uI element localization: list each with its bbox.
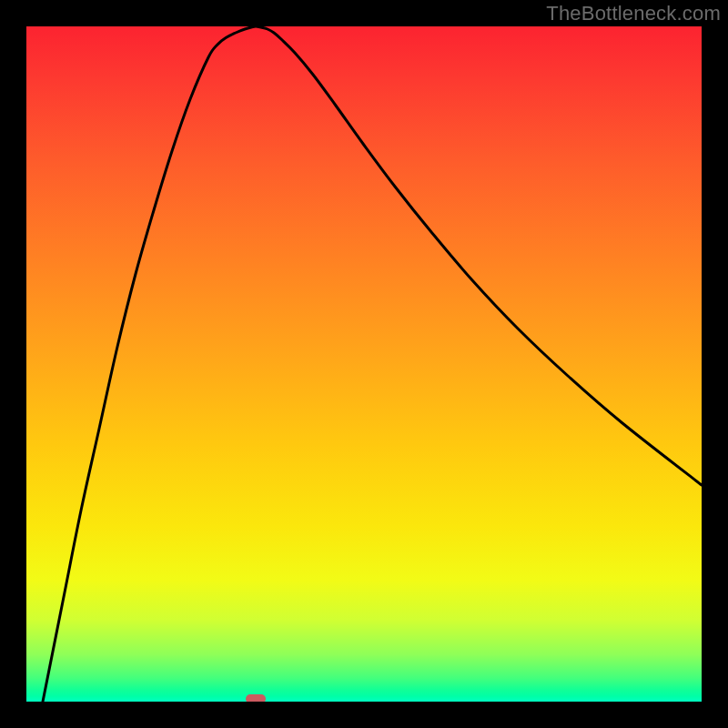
chart-stage: TheBottleneck.com [0, 0, 728, 728]
plot-area [26, 26, 702, 702]
watermark-text: TheBottleneck.com [546, 2, 721, 25]
optimal-marker [246, 694, 266, 702]
bottleneck-curve [26, 26, 702, 702]
